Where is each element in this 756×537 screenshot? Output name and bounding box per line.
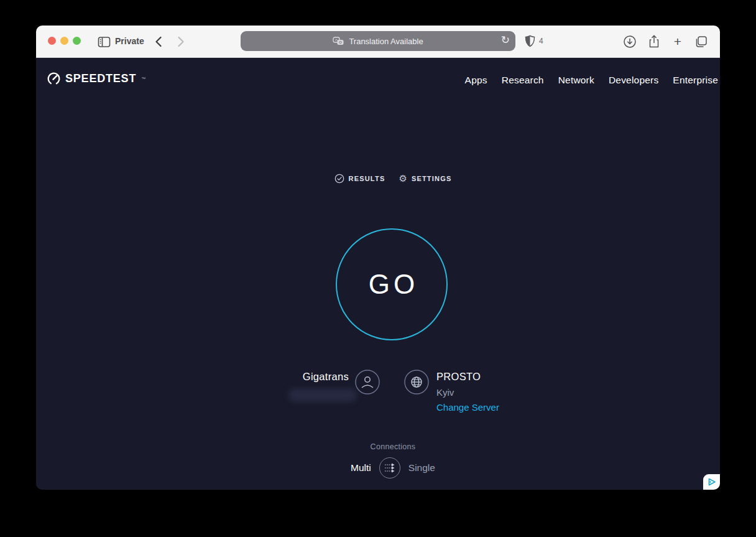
share-icon[interactable] bbox=[647, 34, 662, 49]
isp-name: Gigatrans bbox=[303, 371, 349, 383]
results-settings-tabs: RESULTS ⚙ SETTINGS bbox=[36, 174, 720, 184]
circle-check-icon bbox=[334, 174, 344, 184]
blurred-ip-address bbox=[288, 388, 357, 402]
adchoices-icon bbox=[707, 477, 717, 487]
single-option[interactable]: Single bbox=[408, 462, 435, 474]
adchoices-badge[interactable] bbox=[703, 474, 720, 490]
close-window-button[interactable] bbox=[48, 37, 56, 45]
tab-results[interactable]: RESULTS bbox=[334, 174, 385, 184]
browser-window: Private Translation Available ↻ bbox=[36, 26, 720, 490]
connections-switch-row: Multi Sing bbox=[36, 457, 720, 479]
sidebar-icon[interactable] bbox=[96, 34, 111, 49]
go-button[interactable]: GO bbox=[336, 228, 448, 340]
gear-icon: ⚙ bbox=[399, 174, 407, 184]
window-controls bbox=[48, 37, 81, 45]
privacy-shield-icon[interactable] bbox=[525, 35, 535, 47]
minimize-window-button[interactable] bbox=[60, 37, 68, 45]
address-bar[interactable]: Translation Available ↻ bbox=[241, 31, 515, 51]
zoom-window-button[interactable] bbox=[73, 37, 81, 45]
browser-toolbar: Private Translation Available ↻ bbox=[36, 26, 720, 58]
private-browsing-label: Private bbox=[115, 36, 144, 46]
translate-icon[interactable] bbox=[333, 37, 344, 46]
forward-button[interactable] bbox=[173, 34, 188, 49]
blocked-trackers-count: 4 bbox=[539, 37, 543, 45]
connections-label: Connections bbox=[36, 442, 720, 451]
reload-icon[interactable]: ↻ bbox=[501, 34, 510, 46]
change-server-link[interactable]: Change Server bbox=[436, 402, 499, 413]
server-info: PROSTO Kyiv Change Server bbox=[436, 371, 499, 413]
address-bar-text: Translation Available bbox=[349, 37, 423, 46]
server-name: PROSTO bbox=[436, 371, 499, 383]
back-button[interactable] bbox=[151, 34, 166, 49]
new-tab-icon[interactable]: + bbox=[670, 34, 685, 49]
connection-mode-toggle[interactable] bbox=[379, 457, 400, 479]
downloads-icon[interactable] bbox=[622, 34, 637, 49]
tab-overview-icon[interactable] bbox=[694, 34, 709, 49]
server-location: Kyiv bbox=[436, 387, 499, 398]
tab-settings[interactable]: ⚙ SETTINGS bbox=[399, 174, 451, 184]
user-icon bbox=[355, 370, 380, 395]
globe-icon bbox=[404, 370, 429, 395]
multi-option[interactable]: Multi bbox=[351, 462, 371, 474]
multi-arrows-icon bbox=[383, 462, 397, 474]
speedtest-page: SPEEDTEST™ Apps Research Network Develop… bbox=[36, 58, 720, 490]
